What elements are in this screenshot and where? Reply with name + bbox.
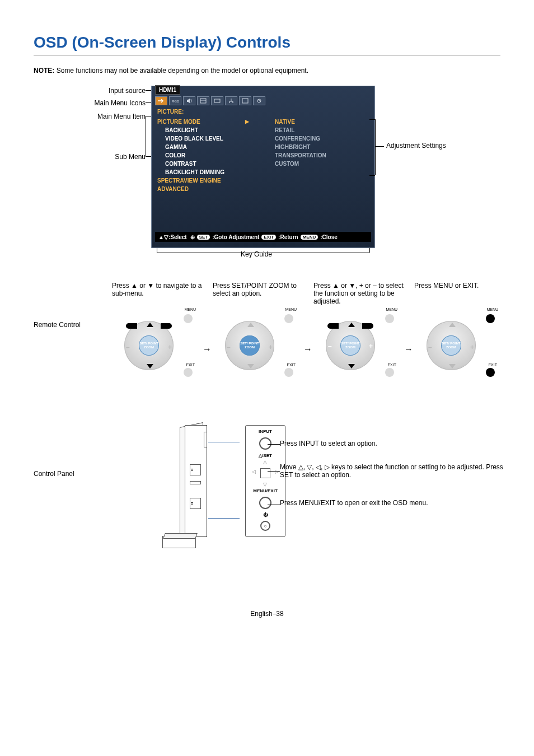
osd-icon-audio [183,96,195,105]
kg-text: :Goto Adjustment [212,234,259,240]
remote-minus-icon: – [428,343,432,351]
cp-device-btn [190,481,201,484]
cp-sensor [204,432,207,447]
remote-up-icon [147,323,153,327]
osd-top-item: SPECTRAVIEW ENGINE [157,176,252,185]
cp-device-foot [162,536,196,548]
osd-sub-item: VIDEO BLACK LEVEL [157,134,252,143]
remote-center: SET/ POINT ZOOM [340,335,360,356]
osd-menu-col: PICTURE MODE▶ BACKLIGHT VIDEO BLACK LEVE… [157,118,252,193]
remote-minus-icon: – [328,342,332,350]
osd-section-title: PICTURE: [157,109,184,115]
remote-center: SET/ POINT ZOOM [441,335,461,356]
leader-line [157,248,157,253]
annot-sub-menu: Sub Menu [115,153,146,161]
annot-main-item: Main Menu Item [97,113,146,120]
remote-menu-btn [284,314,293,323]
svg-rect-2 [214,99,220,102]
osd-adjust-item: RETAIL [275,126,326,134]
step-arrow-icon: → [203,344,212,354]
remote-pad-1: MENU SET/ POINT ZOOM – + EXIT [112,313,196,380]
cp-info2: Move △, ▽, ◁, ▷ keys to select the funct… [280,463,509,479]
remote-down-icon [348,364,355,368]
remote-label: Remote Control [34,321,106,329]
osd-icon-slot [211,96,223,105]
remote-section: Remote Control Press ▲ or ▼ to navigate … [34,282,500,380]
kg-text: :Close [320,234,338,240]
cp-info-col: Press INPUT to select an option. Move △,… [274,425,509,554]
osd-adjust-col: NATIVE RETAIL CONFERENCING HIGHBRIGHT TR… [275,118,326,168]
osd-adjust-selected: NATIVE [275,118,326,126]
note-line: NOTE: Some functions may not be availabl… [34,67,500,74]
remote-menu-label: MENU [386,307,397,311]
osd-adjust-item: CUSTOM [275,160,326,168]
remote-exit-btn [385,368,394,377]
remote-exit-btn [284,368,293,377]
remote-dpad: SET/ POINT ZOOM – + [326,321,375,370]
svg-rect-3 [242,99,248,103]
osd-icon-input [155,96,167,105]
osd-sub-item: BACKLIGHT [157,126,252,134]
step-arrow-icon: → [303,344,312,354]
note-label: NOTE: [34,67,54,74]
note-text: Some functions may not be available depe… [57,67,308,74]
osd-icon-picture: RGB [169,96,181,105]
cp-device-btn: ▫ [190,464,201,475]
remote-pad-2: → MENU SET/ POINT ZOOM – + EXIT [213,313,297,380]
remote-dpad: SET/ POINT ZOOM – + [124,321,174,370]
page-footer: English–38 [34,610,500,618]
osd-icon-row: RGB [155,96,265,105]
control-panel-section: Control Panel ▫ ▫ INPUT △/SET △ [34,425,500,554]
osd-icon-system [253,96,265,105]
remote-plus-icon: + [369,342,373,350]
leader-line [375,119,376,175]
remote-pad-3: → MENU SET/ POINT ZOOM – + EXIT [313,313,397,380]
remote-up-icon [449,323,456,327]
remote-exit-label: EXIT [488,363,497,367]
leader-line [268,505,280,505]
remote-exit-label: EXIT [186,363,195,367]
osd-input-badge: HDMI1 [155,85,180,95]
remote-menu-btn [184,314,193,323]
cp-left-icon: ◁ [252,469,256,474]
osd-adjust-item: TRANSPORTATION [275,151,326,160]
osd-sub-item: CONTRAST [157,160,252,168]
title-rule [34,55,500,55]
osd-sub-item: GAMMA [157,143,252,151]
remote-exit-label: EXIT [287,363,296,367]
leader-line [375,146,384,147]
osd-icon-schedule [197,96,209,105]
page-title: OSD (On-Screen Display) Controls [34,34,500,52]
remote-pad-4: → MENU SET/ POINT ZOOM – + EXIT [414,313,498,380]
kg-plus-icon: ⊕ [190,234,195,240]
kg-text: :Select [168,234,187,240]
cp-info3: Press MENU/EXIT to open or exit the OSD … [280,499,428,507]
kg-menu-pill: MENU [301,235,318,240]
remote-menu-label: MENU [285,307,297,311]
osd-annotated-figure: Input source Main Menu Icons Main Menu I… [34,86,500,265]
svg-point-5 [259,100,260,101]
zoom-line [208,442,240,442]
osd-screen: HDMI1 RGB PICTURE: PICTURE MODE▶ BACKLIG… [151,86,375,248]
remote-down-icon [449,364,456,368]
annot-main-icons: Main Menu Icons [95,99,146,107]
annot-key-guide: Key Guide [241,250,272,258]
remote-menu-btn [486,314,495,323]
remote-wing [126,323,137,329]
remote-wing [362,323,373,329]
remote-menu-label: MENU [184,307,196,311]
cp-power-btn: ○ [260,521,270,531]
remote-center: SET/ POINT ZOOM [139,335,159,356]
remote-exit-btn [184,368,193,377]
osd-key-guide-bar: ▲▽ :Select ⊕ SET :Goto Adjustment EXIT :… [155,232,371,242]
cp-input-btn [259,437,271,450]
leader-line [268,444,280,445]
remote-plus-icon: + [470,343,474,351]
remote-minus-icon: – [126,343,130,351]
osd-icon-network [225,96,237,105]
osd-arrow-icon: ▶ [245,118,249,126]
kg-updown-icon: ▲▽ [158,234,168,240]
kg-set-pill: SET [197,235,210,240]
cp-down-icon: ▽ [263,482,267,487]
remote-plus-icon: + [168,343,172,351]
